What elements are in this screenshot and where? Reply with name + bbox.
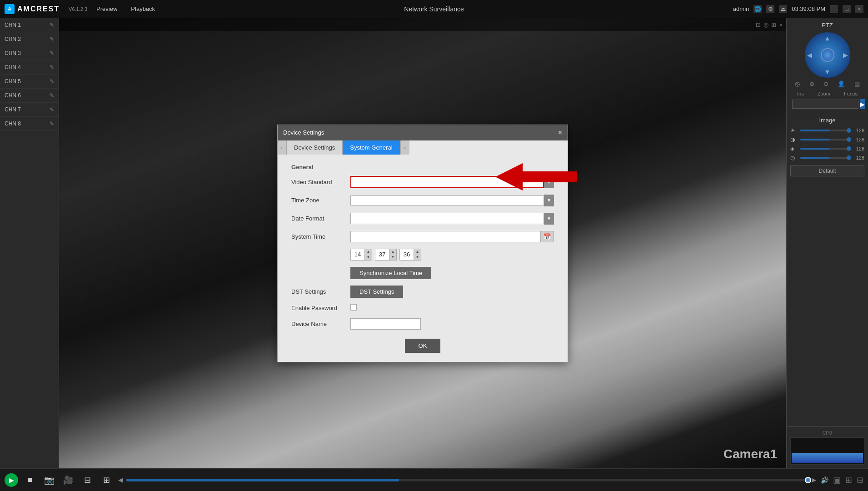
progress-bar[interactable]	[126, 479, 808, 481]
ptz-landscape-icon[interactable]: ▤	[854, 80, 860, 87]
date-format-dropdown-arrow[interactable]: ▼	[544, 213, 554, 225]
sidebar-item-chn7[interactable]: CHN 7 ✎	[0, 103, 59, 117]
ptz-zoom-icon[interactable]: ⊕	[809, 80, 814, 87]
chn7-icon[interactable]: ✎	[50, 106, 54, 113]
ptz-user-icon[interactable]: 👤	[838, 80, 845, 87]
contrast-thumb	[847, 137, 851, 142]
hue-track[interactable]	[800, 157, 849, 159]
enable-password-checkbox[interactable]	[350, 304, 357, 311]
second-down-button[interactable]: ▼	[414, 255, 421, 260]
time-spinners-row: 14 ▲ ▼ 37 ▲ ▼	[350, 249, 554, 261]
sync-local-time-button[interactable]: Synchronize Local Time	[350, 267, 431, 279]
clock: 03:39:08 PM	[792, 5, 825, 12]
dialog-content: General Video Standard NTSC ▼ Time Zone	[278, 155, 568, 362]
video-standard-input[interactable]: NTSC	[350, 176, 544, 188]
nav-playback[interactable]: Playback	[131, 5, 155, 12]
ptz-iris-icon[interactable]: ◎	[795, 80, 800, 87]
ptz-right-arrow[interactable]: ▶	[843, 51, 848, 59]
logo-icon: A	[5, 4, 15, 14]
ptz-up-arrow[interactable]: ▲	[824, 35, 831, 42]
right-panel: PTZ ▲ ▼ ◀ ▶ ◎ ⊕ ⊙ 👤 ▤ Iris Zoom Focus	[786, 18, 868, 468]
dialog-nav-right-button[interactable]: ›	[400, 140, 409, 155]
minute-down-button[interactable]: ▼	[389, 255, 396, 260]
chn2-icon[interactable]: ✎	[50, 36, 54, 42]
settings-icon[interactable]: ⚙	[766, 5, 774, 13]
sidebar-item-chn1[interactable]: CHN 1 ✎	[0, 18, 59, 32]
date-format-control: DD/MM/YYYY ▼	[350, 213, 554, 225]
restore-icon[interactable]: □	[843, 5, 851, 13]
date-input[interactable]: 7/19/2017	[350, 231, 541, 242]
contrast-track[interactable]	[800, 139, 849, 140]
sidebar-item-chn4[interactable]: CHN 4 ✎	[0, 60, 59, 75]
date-format-input[interactable]: DD/MM/YYYY	[350, 213, 544, 224]
dst-settings-button[interactable]: DST Settings	[350, 286, 403, 298]
chn1-icon[interactable]: ✎	[50, 22, 54, 28]
quad-layout-button[interactable]: ⊞	[845, 475, 852, 485]
saturation-icon: ◈	[790, 145, 798, 152]
sidebar-item-chn8[interactable]: CHN 8 ✎	[0, 117, 59, 131]
ptz-go-button[interactable]: ▶	[860, 99, 865, 109]
chn4-icon[interactable]: ✎	[50, 64, 54, 70]
hour-down-button[interactable]: ▼	[364, 255, 372, 260]
sidebar-item-chn2[interactable]: CHN 2 ✎	[0, 32, 59, 46]
time-zone-input[interactable]: (GMT-6:00) Central Time(US&C	[350, 195, 544, 205]
record-button[interactable]: 🎥	[61, 473, 75, 487]
grid-layout-button[interactable]: ⊟	[857, 475, 863, 485]
ptz-center-button[interactable]	[821, 48, 834, 62]
sidebar-item-chn3[interactable]: CHN 3 ✎	[0, 46, 59, 60]
brightness-thumb	[847, 128, 851, 133]
time-zone-row: Time Zone (GMT-6:00) Central Time(US&C ▼	[291, 195, 554, 206]
chn8-label: CHN 8	[5, 120, 21, 127]
logo: A AMCREST	[5, 4, 60, 14]
sidebar-item-chn6[interactable]: CHN 6 ✎	[0, 89, 59, 103]
ptz-left-arrow[interactable]: ◀	[807, 51, 812, 59]
layout1-button[interactable]: ⊟	[80, 473, 95, 487]
brightness-track[interactable]	[800, 130, 849, 131]
tab-device-settings[interactable]: Device Settings	[287, 140, 343, 155]
minimize-icon[interactable]: _	[830, 5, 838, 13]
time-zone-control: (GMT-6:00) Central Time(US&C ▼	[350, 195, 554, 206]
topbar-right: admin 🌐 ⚙ ⏏ 03:39:08 PM _ □ ×	[733, 5, 863, 13]
chn8-icon[interactable]: ✎	[50, 120, 54, 127]
time-zone-dropdown-arrow[interactable]: ▼	[544, 195, 554, 206]
bottombar: ▶ ■ 📷 🎥 ⊟ ⊞ ◀ ▶ 🔊 ▣ ⊞ ⊟	[0, 468, 868, 491]
layout2-button[interactable]: ⊞	[99, 473, 114, 487]
tab-system-general[interactable]: System General	[343, 140, 400, 155]
chn5-icon[interactable]: ✎	[50, 78, 54, 85]
second-up-button[interactable]: ▲	[414, 249, 421, 255]
minute-up-button[interactable]: ▲	[389, 249, 396, 255]
hour-up-button[interactable]: ▲	[364, 249, 372, 255]
device-settings-dialog: Device Settings × ‹ Device Settings Syst…	[277, 125, 568, 362]
device-name-input[interactable]: mrom960wt	[350, 318, 421, 330]
dst-settings-control: DST Settings	[350, 286, 554, 298]
dialog-close-button[interactable]: ×	[558, 129, 562, 137]
sidebar-item-chn5[interactable]: CHN 5 ✎	[0, 75, 59, 89]
play-button[interactable]: ▶	[5, 473, 18, 487]
chn3-icon[interactable]: ✎	[50, 50, 54, 56]
timeline-left-arrow[interactable]: ◀	[118, 476, 123, 483]
volume-icon[interactable]: 🔊	[821, 476, 828, 484]
sync-buttons-row: Synchronize Local Time	[350, 267, 554, 279]
stop-button[interactable]: ■	[23, 473, 37, 487]
saturation-track[interactable]	[800, 148, 849, 150]
ptz-down-arrow[interactable]: ▼	[824, 68, 831, 75]
default-button[interactable]: Default	[790, 165, 864, 176]
ptz-joystick[interactable]: ▲ ▼ ◀ ▶	[805, 32, 850, 78]
second-value: 36	[400, 249, 414, 260]
topbar: A AMCREST V6.1.2.3 Preview Playback Netw…	[0, 0, 868, 18]
nav-preview[interactable]: Preview	[96, 5, 117, 12]
ptz-preset-input[interactable]	[792, 100, 858, 109]
timeline-right-arrow[interactable]: ▶	[812, 476, 816, 483]
channel-sidebar: CHN 1 ✎ CHN 2 ✎ CHN 3 ✎ CHN 4 ✎ CHN 5 ✎ …	[0, 18, 59, 468]
globe-icon[interactable]: 🌐	[753, 5, 762, 13]
ok-button[interactable]: OK	[405, 339, 441, 353]
chn6-icon[interactable]: ✎	[50, 92, 54, 99]
logout-icon[interactable]: ⏏	[779, 5, 787, 13]
single-layout-button[interactable]: ▣	[833, 475, 841, 485]
dialog-nav-left-button[interactable]: ‹	[278, 140, 287, 155]
video-standard-dropdown-arrow[interactable]: ▼	[544, 176, 554, 188]
ptz-focus-icon[interactable]: ⊙	[823, 80, 828, 87]
snapshot-button[interactable]: 📷	[42, 473, 56, 487]
close-icon[interactable]: ×	[855, 5, 863, 13]
calendar-button[interactable]: 📅	[541, 231, 554, 242]
